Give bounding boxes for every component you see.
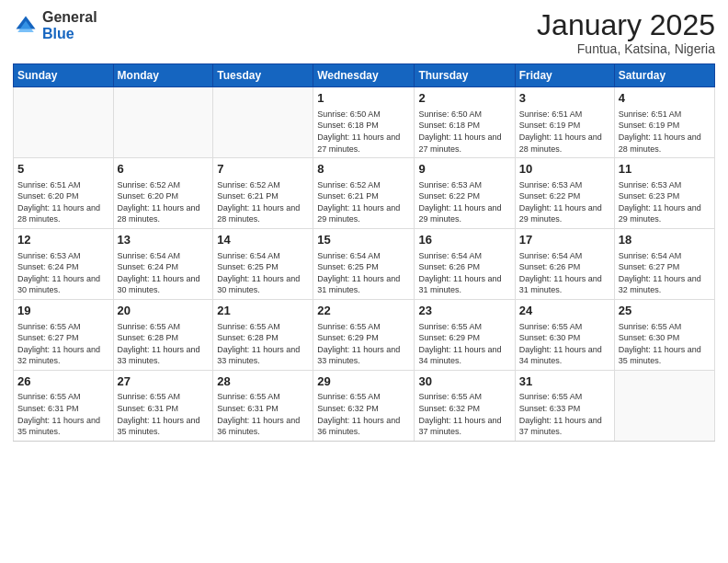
- calendar-cell: 31Sunrise: 6:55 AM Sunset: 6:33 PM Dayli…: [515, 370, 614, 441]
- header-sunday: Sunday: [14, 64, 114, 87]
- header-tuesday: Tuesday: [213, 64, 313, 87]
- calendar-cell: 25Sunrise: 6:55 AM Sunset: 6:30 PM Dayli…: [614, 299, 714, 370]
- day-number: 29: [317, 373, 410, 390]
- day-number: 9: [418, 161, 510, 178]
- calendar-cell: 14Sunrise: 6:54 AM Sunset: 6:25 PM Dayli…: [213, 229, 313, 300]
- day-number: 10: [519, 161, 610, 178]
- day-number: 3: [519, 90, 610, 107]
- calendar-cell: 29Sunrise: 6:55 AM Sunset: 6:32 PM Dayli…: [313, 370, 415, 441]
- calendar-cell: 5Sunrise: 6:51 AM Sunset: 6:20 PM Daylig…: [14, 158, 114, 229]
- month-title: January 2025: [537, 9, 715, 41]
- calendar-cell: 2Sunrise: 6:50 AM Sunset: 6:18 PM Daylig…: [415, 87, 515, 158]
- day-info: Sunrise: 6:54 AM Sunset: 6:25 PM Dayligh…: [217, 250, 309, 296]
- day-info: Sunrise: 6:50 AM Sunset: 6:18 PM Dayligh…: [418, 109, 510, 155]
- day-info: Sunrise: 6:55 AM Sunset: 6:32 PM Dayligh…: [317, 391, 410, 437]
- day-info: Sunrise: 6:55 AM Sunset: 6:31 PM Dayligh…: [217, 391, 309, 437]
- calendar-cell: 20Sunrise: 6:55 AM Sunset: 6:28 PM Dayli…: [113, 299, 213, 370]
- calendar-cell: 24Sunrise: 6:55 AM Sunset: 6:30 PM Dayli…: [515, 299, 614, 370]
- day-info: Sunrise: 6:54 AM Sunset: 6:26 PM Dayligh…: [418, 250, 510, 296]
- calendar-cell: 1Sunrise: 6:50 AM Sunset: 6:18 PM Daylig…: [313, 87, 415, 158]
- day-info: Sunrise: 6:54 AM Sunset: 6:26 PM Dayligh…: [519, 250, 610, 296]
- day-info: Sunrise: 6:55 AM Sunset: 6:30 PM Dayligh…: [619, 321, 711, 367]
- day-number: 8: [317, 161, 410, 178]
- day-info: Sunrise: 6:52 AM Sunset: 6:21 PM Dayligh…: [217, 179, 309, 225]
- day-info: Sunrise: 6:50 AM Sunset: 6:18 PM Dayligh…: [317, 109, 410, 155]
- day-number: 27: [118, 373, 210, 390]
- calendar-cell: [14, 87, 114, 158]
- logo-icon: [13, 13, 39, 39]
- calendar-cell: [213, 87, 313, 158]
- day-number: 24: [519, 303, 610, 319]
- day-number: 30: [418, 373, 510, 390]
- header: General Blue January 2025 Funtua, Katsin…: [13, 9, 715, 56]
- calendar-cell: 16Sunrise: 6:54 AM Sunset: 6:26 PM Dayli…: [415, 229, 515, 300]
- calendar-week-4: 19Sunrise: 6:55 AM Sunset: 6:27 PM Dayli…: [14, 299, 715, 370]
- calendar-week-5: 26Sunrise: 6:55 AM Sunset: 6:31 PM Dayli…: [14, 370, 715, 441]
- calendar-cell: 10Sunrise: 6:53 AM Sunset: 6:22 PM Dayli…: [515, 158, 614, 229]
- calendar-cell: 12Sunrise: 6:53 AM Sunset: 6:24 PM Dayli…: [14, 229, 114, 300]
- day-number: 14: [217, 232, 309, 248]
- day-number: 21: [217, 303, 309, 319]
- calendar-cell: 19Sunrise: 6:55 AM Sunset: 6:27 PM Dayli…: [14, 299, 114, 370]
- page: General Blue January 2025 Funtua, Katsin…: [0, 0, 728, 563]
- day-info: Sunrise: 6:53 AM Sunset: 6:22 PM Dayligh…: [418, 179, 510, 225]
- day-number: 13: [118, 232, 210, 248]
- calendar-cell: 8Sunrise: 6:52 AM Sunset: 6:21 PM Daylig…: [313, 158, 415, 229]
- day-number: 17: [519, 232, 610, 248]
- location: Funtua, Katsina, Nigeria: [537, 41, 715, 56]
- calendar-cell: 7Sunrise: 6:52 AM Sunset: 6:21 PM Daylig…: [213, 158, 313, 229]
- day-info: Sunrise: 6:54 AM Sunset: 6:27 PM Dayligh…: [619, 250, 711, 296]
- logo-text: General Blue: [42, 9, 97, 41]
- day-number: 6: [118, 161, 210, 178]
- day-number: 19: [17, 303, 109, 319]
- day-info: Sunrise: 6:55 AM Sunset: 6:27 PM Dayligh…: [17, 321, 109, 367]
- logo-blue: Blue: [42, 26, 74, 41]
- day-number: 4: [619, 90, 711, 107]
- calendar-cell: [614, 370, 714, 441]
- day-info: Sunrise: 6:55 AM Sunset: 6:29 PM Dayligh…: [317, 321, 410, 367]
- day-info: Sunrise: 6:51 AM Sunset: 6:20 PM Dayligh…: [17, 179, 109, 225]
- day-number: 23: [418, 303, 510, 319]
- day-number: 2: [418, 90, 510, 107]
- calendar-cell: 22Sunrise: 6:55 AM Sunset: 6:29 PM Dayli…: [313, 299, 415, 370]
- day-number: 11: [619, 161, 711, 178]
- calendar-week-2: 5Sunrise: 6:51 AM Sunset: 6:20 PM Daylig…: [14, 158, 715, 229]
- calendar-table: Sunday Monday Tuesday Wednesday Thursday…: [13, 63, 715, 442]
- day-number: 25: [619, 303, 711, 319]
- day-info: Sunrise: 6:51 AM Sunset: 6:19 PM Dayligh…: [519, 109, 610, 155]
- calendar-cell: 21Sunrise: 6:55 AM Sunset: 6:28 PM Dayli…: [213, 299, 313, 370]
- day-number: 5: [17, 161, 109, 178]
- day-info: Sunrise: 6:55 AM Sunset: 6:30 PM Dayligh…: [519, 321, 610, 367]
- calendar-week-1: 1Sunrise: 6:50 AM Sunset: 6:18 PM Daylig…: [14, 87, 715, 158]
- header-monday: Monday: [113, 64, 213, 87]
- day-info: Sunrise: 6:53 AM Sunset: 6:22 PM Dayligh…: [519, 179, 610, 225]
- day-info: Sunrise: 6:54 AM Sunset: 6:25 PM Dayligh…: [317, 250, 410, 296]
- calendar-cell: 18Sunrise: 6:54 AM Sunset: 6:27 PM Dayli…: [614, 229, 714, 300]
- day-info: Sunrise: 6:53 AM Sunset: 6:24 PM Dayligh…: [17, 250, 109, 296]
- calendar-cell: 11Sunrise: 6:53 AM Sunset: 6:23 PM Dayli…: [614, 158, 714, 229]
- day-info: Sunrise: 6:55 AM Sunset: 6:28 PM Dayligh…: [217, 321, 309, 367]
- calendar-cell: 17Sunrise: 6:54 AM Sunset: 6:26 PM Dayli…: [515, 229, 614, 300]
- calendar-cell: 30Sunrise: 6:55 AM Sunset: 6:32 PM Dayli…: [415, 370, 515, 441]
- calendar-header-row: Sunday Monday Tuesday Wednesday Thursday…: [14, 64, 715, 87]
- day-number: 31: [519, 373, 610, 390]
- day-info: Sunrise: 6:55 AM Sunset: 6:33 PM Dayligh…: [519, 391, 610, 437]
- logo-general: General: [42, 9, 97, 25]
- header-saturday: Saturday: [614, 64, 714, 87]
- day-number: 7: [217, 161, 309, 178]
- day-info: Sunrise: 6:55 AM Sunset: 6:32 PM Dayligh…: [418, 391, 510, 437]
- calendar-cell: 27Sunrise: 6:55 AM Sunset: 6:31 PM Dayli…: [113, 370, 213, 441]
- calendar-cell: [113, 87, 213, 158]
- calendar-cell: 3Sunrise: 6:51 AM Sunset: 6:19 PM Daylig…: [515, 87, 614, 158]
- day-number: 15: [317, 232, 410, 248]
- day-info: Sunrise: 6:52 AM Sunset: 6:20 PM Dayligh…: [118, 179, 210, 225]
- day-number: 26: [17, 373, 109, 390]
- calendar-cell: 6Sunrise: 6:52 AM Sunset: 6:20 PM Daylig…: [113, 158, 213, 229]
- calendar-cell: 26Sunrise: 6:55 AM Sunset: 6:31 PM Dayli…: [14, 370, 114, 441]
- day-info: Sunrise: 6:54 AM Sunset: 6:24 PM Dayligh…: [118, 250, 210, 296]
- header-wednesday: Wednesday: [313, 64, 415, 87]
- day-info: Sunrise: 6:52 AM Sunset: 6:21 PM Dayligh…: [317, 179, 410, 225]
- day-number: 18: [619, 232, 711, 248]
- day-number: 1: [317, 90, 410, 107]
- day-info: Sunrise: 6:55 AM Sunset: 6:28 PM Dayligh…: [118, 321, 210, 367]
